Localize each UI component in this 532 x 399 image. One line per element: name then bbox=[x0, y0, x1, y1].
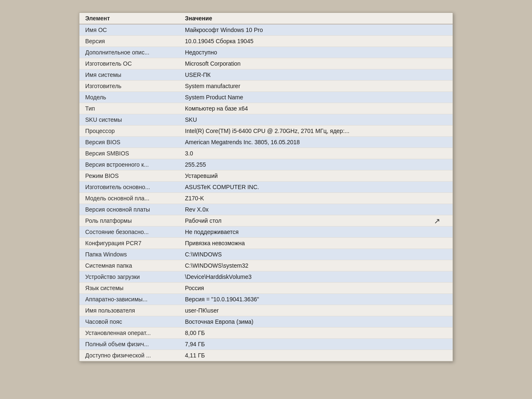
row-label: Версия основной платы bbox=[79, 204, 179, 215]
row-value: Rev X.0x bbox=[179, 204, 453, 215]
row-label: Версия встроенного к... bbox=[79, 159, 179, 170]
row-value: Недоступно bbox=[179, 47, 453, 58]
row-value: Россия bbox=[179, 283, 453, 294]
table-row: Версия встроенного к...255.255 bbox=[79, 159, 453, 170]
row-label: Версия bbox=[79, 36, 179, 47]
row-value: System Product Name bbox=[179, 92, 453, 103]
table-row: Часовой поясВосточная Европа (зима) bbox=[79, 316, 453, 328]
table-row: Доступно физической ...4,11 ГБ bbox=[79, 350, 453, 361]
row-value: Не поддерживается bbox=[179, 227, 453, 238]
row-value: 8,00 ГБ bbox=[179, 328, 453, 339]
table-row: Имя пользователяuser-ПК\user bbox=[79, 305, 453, 316]
table-row: Системная папкаC:\WINDOWS\system32 bbox=[79, 260, 453, 271]
row-label: Изготовитель ОС bbox=[79, 58, 179, 69]
row-label: Системная папка bbox=[79, 260, 179, 271]
row-value: Z170-K bbox=[179, 193, 453, 204]
row-value: 7,94 ГБ bbox=[179, 339, 453, 350]
table-row: SKU системыSKU bbox=[79, 114, 453, 126]
table-row: Версия10.0.19045 Сборка 19045 bbox=[79, 36, 453, 47]
row-value: ASUSTeK COMPUTER INC. bbox=[179, 182, 453, 193]
table-row: Имя ОСМайкрософт Windows 10 Pro bbox=[79, 24, 453, 36]
row-label: Доступно физической ... bbox=[79, 350, 179, 361]
row-label: Тип bbox=[79, 103, 179, 114]
row-value: System manufacturer bbox=[179, 81, 453, 92]
table-row: Состояние безопасно...Не поддерживается bbox=[79, 227, 453, 238]
row-label: Модель bbox=[79, 92, 179, 103]
row-value: 255.255 bbox=[179, 159, 453, 170]
table-header-row: Элемент Значение bbox=[79, 13, 453, 24]
row-value: Intel(R) Core(TM) i5-6400 CPU @ 2.70GHz,… bbox=[179, 126, 453, 137]
row-value: C:\WINDOWS\system32 bbox=[179, 260, 453, 271]
row-label: Конфигурация PCR7 bbox=[79, 238, 179, 249]
table-row: Имя системыUSER-ПК bbox=[79, 69, 453, 81]
table-row: Версия основной платыRev X.0x bbox=[79, 204, 453, 215]
table-row: Версия BIOSAmerican Megatrends Inc. 3805… bbox=[79, 137, 453, 148]
column-header-value: Значение bbox=[179, 13, 453, 24]
row-value: \Device\HarddiskVolume3 bbox=[179, 271, 453, 283]
row-value: Привязка невозможна bbox=[179, 238, 453, 249]
row-label: Установленная оперaт... bbox=[79, 328, 179, 339]
row-value: SKU bbox=[179, 114, 453, 126]
row-value: 4,11 ГБ bbox=[179, 350, 453, 361]
row-label: Устройство загрузки bbox=[79, 271, 179, 283]
row-value: Компьютер на базе x64 bbox=[179, 103, 453, 114]
table-row: Версия SMBIOS3.0 bbox=[79, 148, 453, 159]
row-label: Модель основной пла... bbox=[79, 193, 179, 204]
table-row: ИзготовительSystem manufacturer bbox=[79, 81, 453, 92]
row-label: Роль платформы bbox=[79, 215, 179, 227]
row-label: Изготовитель bbox=[79, 81, 179, 92]
row-label: Имя системы bbox=[79, 69, 179, 81]
row-value: Восточная Европа (зима) bbox=[179, 316, 453, 328]
row-label: Дополнительное опис... bbox=[79, 47, 179, 58]
row-label: SKU системы bbox=[79, 114, 179, 126]
table-row: Роль платформыРабочий стол bbox=[79, 215, 453, 227]
row-value: Майкрософт Windows 10 Pro bbox=[179, 24, 453, 36]
table-row: Папка WindowsC:\WINDOWS bbox=[79, 249, 453, 260]
table-row: Язык системыРоссия bbox=[79, 283, 453, 294]
table-row: МодельSystem Product Name bbox=[79, 92, 453, 103]
table-row: Полный объем физич...7,94 ГБ bbox=[79, 339, 453, 350]
table-row: Аппаратно-зависимы...Версия = "10.0.1904… bbox=[79, 294, 453, 305]
row-label: Версия SMBIOS bbox=[79, 148, 179, 159]
row-value: Microsoft Corporation bbox=[179, 58, 453, 69]
row-label: Полный объем физич... bbox=[79, 339, 179, 350]
row-label: Имя ОС bbox=[79, 24, 179, 36]
row-value: Рабочий стол bbox=[179, 215, 453, 227]
table-row: Дополнительное опис...Недоступно bbox=[79, 47, 453, 58]
table-row: ПроцессорIntel(R) Core(TM) i5-6400 CPU @… bbox=[79, 126, 453, 137]
table-row: Режим BIOSУстаревший bbox=[79, 170, 453, 182]
row-value: USER-ПК bbox=[179, 69, 453, 81]
row-value: American Megatrends Inc. 3805, 16.05.201… bbox=[179, 137, 453, 148]
table-row: Модель основной пла...Z170-K bbox=[79, 193, 453, 204]
row-label: Процессор bbox=[79, 126, 179, 137]
row-value: C:\WINDOWS bbox=[179, 249, 453, 260]
row-label: Версия BIOS bbox=[79, 137, 179, 148]
table-row: ТипКомпьютер на базе x64 bbox=[79, 103, 453, 114]
table-row: Изготовитель ОСMicrosoft Corporation bbox=[79, 58, 453, 69]
system-info-table: Элемент Значение Имя ОСМайкрософт Window… bbox=[79, 13, 453, 361]
system-info-panel: Элемент Значение Имя ОСМайкрософт Window… bbox=[79, 12, 453, 362]
table-row: Конфигурация PCR7Привязка невозможна bbox=[79, 238, 453, 249]
row-value: user-ПК\user bbox=[179, 305, 453, 316]
row-label: Язык системы bbox=[79, 283, 179, 294]
row-value: Устаревший bbox=[179, 170, 453, 182]
table-row: Изготовитель основно...ASUSTeK COMPUTER … bbox=[79, 182, 453, 193]
row-label: Имя пользователя bbox=[79, 305, 179, 316]
table-row: Установленная оперaт...8,00 ГБ bbox=[79, 328, 453, 339]
row-label: Часовой пояс bbox=[79, 316, 179, 328]
row-label: Папка Windows bbox=[79, 249, 179, 260]
row-label: Аппаратно-зависимы... bbox=[79, 294, 179, 305]
row-label: Состояние безопасно... bbox=[79, 227, 179, 238]
row-value: Версия = "10.0.19041.3636" bbox=[179, 294, 453, 305]
row-label: Изготовитель основно... bbox=[79, 182, 179, 193]
column-header-element: Элемент bbox=[79, 13, 179, 24]
row-value: 10.0.19045 Сборка 19045 bbox=[179, 36, 453, 47]
table-row: Устройство загрузки\Device\HarddiskVolum… bbox=[79, 271, 453, 283]
row-label: Режим BIOS bbox=[79, 170, 179, 182]
row-value: 3.0 bbox=[179, 148, 453, 159]
